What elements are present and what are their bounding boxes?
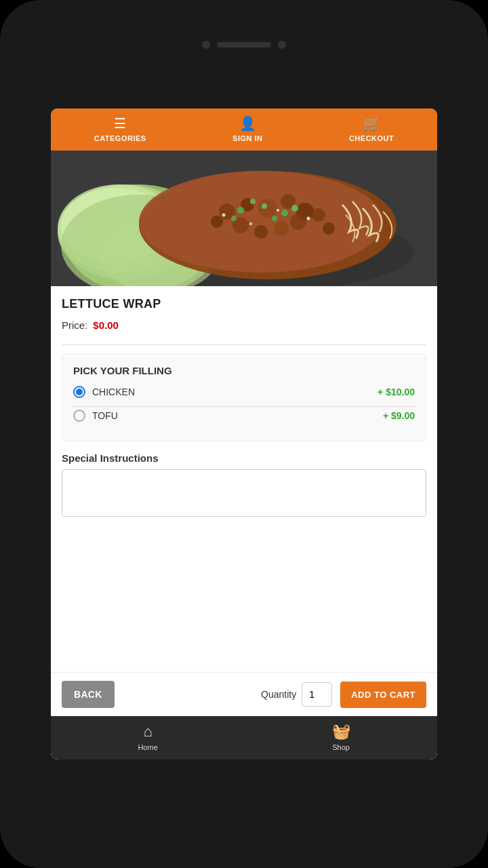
product-image (51, 151, 437, 286)
add-to-cart-button[interactable]: ADD TO CART (340, 682, 426, 708)
home-icon: ⌂ (143, 723, 152, 741)
speaker (217, 42, 271, 47)
svg-point-17 (274, 221, 289, 236)
cart-icon: 🛒 (363, 115, 380, 132)
instructions-textarea[interactable] (62, 469, 426, 517)
front-camera (202, 41, 210, 49)
divider-1 (62, 344, 426, 345)
price-value: $0.00 (93, 319, 119, 331)
instructions-section: Special Instructions (62, 452, 426, 519)
tab-home[interactable]: ⌂ Home (138, 723, 157, 751)
radio-tofu[interactable] (73, 410, 85, 422)
product-name: LETTUCE WRAP (62, 297, 426, 311)
quantity-label: Quantity (261, 689, 296, 700)
chicken-price: + $10.00 (378, 387, 415, 397)
option-divider (73, 406, 415, 407)
svg-point-19 (211, 216, 223, 228)
checkout-label: CHECKOUT (349, 134, 394, 142)
svg-point-22 (237, 207, 244, 214)
quantity-group: Quantity (261, 682, 332, 707)
filling-left-tofu: TOFU (73, 410, 118, 422)
tofu-price: + $9.00 (383, 410, 415, 421)
price-label: Price: (62, 319, 87, 331)
shop-tab-label: Shop (332, 743, 350, 751)
phone-frame: ☰ CATEGORIES 👤 SIGN IN 🛒 CHECKOUT (0, 0, 488, 868)
svg-point-21 (323, 222, 335, 235)
svg-point-12 (258, 199, 277, 218)
shop-icon: 🧺 (332, 723, 350, 741)
chicken-label: CHICKEN (92, 387, 135, 397)
signin-label: SIGN IN (232, 134, 262, 142)
svg-point-16 (254, 225, 268, 239)
top-navigation: ☰ CATEGORIES 👤 SIGN IN 🛒 CHECKOUT (51, 108, 437, 151)
tab-shop[interactable]: 🧺 Shop (332, 723, 350, 751)
svg-point-24 (281, 210, 288, 216)
back-button[interactable]: BACK (62, 681, 115, 708)
bottom-tab-bar: ⌂ Home 🧺 Shop (51, 716, 437, 760)
categories-label: CATEGORIES (94, 134, 146, 142)
filling-title: PICK YOUR FILLING (73, 365, 415, 376)
svg-point-28 (231, 216, 237, 221)
sensor (278, 41, 286, 49)
svg-point-9 (139, 171, 383, 273)
home-tab-label: Home (138, 743, 157, 751)
radio-inner-chicken (76, 389, 83, 395)
svg-point-32 (249, 222, 252, 225)
svg-point-27 (291, 205, 298, 212)
filling-option-tofu[interactable]: TOFU + $9.00 (73, 410, 415, 422)
svg-point-31 (307, 217, 310, 220)
svg-point-30 (277, 209, 279, 212)
product-content: LETTUCE WRAP Price: $0.00 PICK YOUR FILL… (51, 286, 437, 672)
svg-point-18 (290, 214, 306, 230)
svg-point-20 (312, 208, 325, 222)
instructions-label: Special Instructions (62, 452, 426, 464)
categories-icon: ☰ (114, 115, 126, 132)
nav-categories[interactable]: ☰ CATEGORIES (94, 115, 146, 142)
svg-point-25 (250, 199, 256, 204)
tofu-label: TOFU (92, 410, 118, 421)
svg-point-23 (262, 203, 267, 209)
phone-top-decorations (202, 41, 286, 49)
signin-icon: 👤 (239, 115, 256, 132)
action-bar: BACK Quantity ADD TO CART (51, 672, 437, 716)
radio-chicken[interactable] (73, 386, 85, 398)
filling-option-chicken[interactable]: CHICKEN + $10.00 (73, 386, 415, 398)
price-row: Price: $0.00 (62, 319, 426, 331)
filling-section: PICK YOUR FILLING CHICKEN + $10.00 (62, 353, 426, 441)
quantity-input[interactable] (302, 682, 332, 707)
filling-left-chicken: CHICKEN (73, 386, 135, 398)
svg-point-26 (272, 216, 277, 221)
nav-signin[interactable]: 👤 SIGN IN (232, 115, 262, 142)
svg-point-29 (222, 214, 226, 217)
phone-screen: ☰ CATEGORIES 👤 SIGN IN 🛒 CHECKOUT (51, 108, 437, 760)
nav-checkout[interactable]: 🛒 CHECKOUT (349, 115, 394, 142)
